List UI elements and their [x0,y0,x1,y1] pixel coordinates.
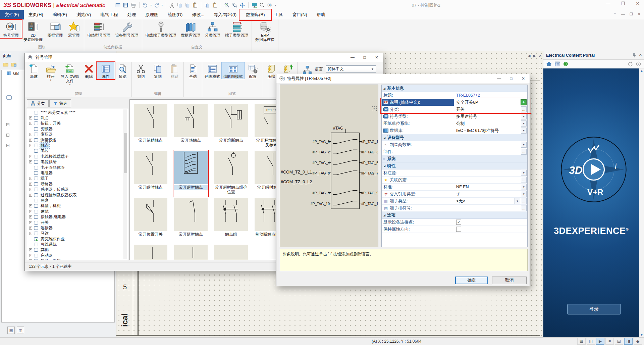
save-icon[interactable] [123,2,128,8]
symbol-cell[interactable]: 常开瞬时触点 [174,151,208,196]
ribbon-button[interactable]: 分类管理 [203,20,223,38]
login-button[interactable]: 登录 [567,304,621,314]
ribbon-button[interactable]: 2D 安装图管理 [21,20,45,42]
symbol-cell[interactable] [174,245,208,260]
menu-item[interactable]: 浏览(V) [72,10,96,19]
property-control[interactable] [521,142,527,148]
expander-icon[interactable] [29,139,32,142]
tree-item[interactable]: 按钮，开关 [27,121,128,126]
refresh-icon[interactable] [627,61,633,67]
symbol-cell[interactable]: 常开位置开关 [134,198,167,243]
property-control[interactable] [521,205,527,211]
property-row[interactable]: 数据库: IEC - IEC 617标准符号 [382,127,527,134]
toolbar-button[interactable]: 剪切 [132,62,149,79]
toolbar-button[interactable]: 粘贴 [166,62,183,79]
dialog-minimize-button[interactable]: — [494,76,504,81]
expander-icon[interactable] [29,194,32,197]
tree-item[interactable]: 接触器,继电器 [27,214,128,219]
expander-icon[interactable] [29,204,32,207]
tab-close-icon[interactable]: ✕ [539,54,542,58]
minimize-button[interactable]: — [604,1,612,6]
expander-icon[interactable] [29,149,32,152]
ribbon-collapse-icon[interactable]: ⌃ [613,12,616,16]
property-control[interactable] [515,198,527,204]
language-select[interactable]: 简体中文 ▼ [326,65,376,72]
toolbar-button[interactable]: 打开 [42,62,59,82]
format-painter-icon[interactable] [212,2,218,8]
expander-icon[interactable]: + [6,144,9,147]
layers-view-button[interactable]: ◫ [17,327,24,334]
zoom-window-icon[interactable] [232,2,237,8]
menu-item[interactable]: 绘图(D) [163,10,187,19]
wire-style-icon[interactable]: ≡ [605,338,614,345]
doc-close-icon[interactable]: ✕ [638,12,641,16]
ribbon-button[interactable]: 图框管理 [45,20,65,38]
property-control[interactable] [521,106,527,112]
dialog-minimize-button[interactable]: — [347,55,358,60]
ribbon-button[interactable]: ERP 数据库连接 [253,20,277,42]
expander-icon[interactable] [29,248,32,251]
doc-minimize-icon[interactable]: — [621,12,625,16]
properties-titlebar[interactable]: 符号属性 [TR-EL057+2] — □ ✕ [276,74,530,83]
screen-capture-icon[interactable] [252,2,257,8]
tab-left-icon[interactable]: ◀ [528,54,530,58]
symbol-cell[interactable]: 常开熔断触点 [214,104,248,149]
pane-tab[interactable]: 筛选 [49,99,71,107]
pages-view-button[interactable]: ▤ [7,327,15,334]
property-row[interactable]: 符号类型: 多用途符号 [382,113,527,120]
undo-icon[interactable] [143,2,148,8]
symbol-cell[interactable]: 常开热触点 [174,104,208,149]
tree-item[interactable]: 电源供给 [27,159,128,165]
menu-item[interactable]: 工具 [269,10,287,19]
toolbar-button[interactable]: 新建 [25,62,42,79]
grid-toggle-icon[interactable]: ▦ [577,338,586,345]
property-control[interactable] [521,113,527,119]
folder-icon[interactable] [3,61,9,67]
pin-icon[interactable] [632,53,637,58]
property-row[interactable]: 图纸单位系统: 公制 [382,120,527,127]
toolbar-button[interactable]: 导入 DWG 文件 [59,62,80,86]
ribbon-button[interactable]: 数据库管理 [179,20,203,38]
property-row[interactable]: 标题: TR-EL057+2 [382,92,527,99]
tree-item[interactable]: **** 未分类元素 **** [27,110,128,115]
tree-item[interactable]: 机箱，机柜 [27,203,128,209]
portal-scrollbar[interactable]: ▲▼ [639,68,644,337]
doc-restore-icon[interactable]: ❐ [630,12,633,16]
property-row[interactable]: 保持属性方向: [382,226,527,233]
tree-item[interactable]: 气动，液压 [27,258,128,260]
macro-icon[interactable] [267,2,273,8]
dialog-maximize-button[interactable]: □ [506,76,516,81]
tree-item[interactable]: 启动器 [27,253,128,258]
property-control[interactable] [521,128,527,134]
list-icon[interactable] [554,61,560,67]
tree-scrollbar[interactable] [123,109,127,259]
menu-item[interactable]: 处理 [122,10,141,19]
expander-icon[interactable] [29,188,32,191]
section-header[interactable]: 系统 [382,155,527,162]
property-row[interactable]: 端子排符号: [382,205,527,212]
property-row[interactable]: 说明 (简体中文): 安全开关6P [382,99,527,106]
menu-item[interactable]: 编辑(E) [48,10,72,19]
expander-icon[interactable] [29,133,32,136]
section-header[interactable]: 选项 [382,212,527,219]
tree-item[interactable]: 麦克维尔作业 [27,236,128,242]
expander-icon[interactable] [29,160,32,163]
tree-item[interactable]: 变压器 [27,132,128,137]
symbol-cell[interactable] [134,245,167,260]
menu-item[interactable]: 修改... [187,10,209,19]
pane-tab[interactable]: 分类 [27,99,49,107]
layers-icon[interactable]: ▤ [615,338,623,345]
tree-item[interactable]: 黑盒 [27,198,128,203]
expander-icon[interactable] [29,254,32,257]
origin-handle-icon[interactable]: + [372,106,377,111]
pan-icon[interactable] [239,2,245,8]
expander-icon[interactable] [29,166,32,169]
globe-icon[interactable] [563,61,569,67]
symbol-cell[interactable]: 常开延时触点 [174,198,208,243]
dialog-close-button[interactable]: ✕ [518,76,528,81]
dialog-close-button[interactable]: ✕ [372,55,382,60]
tree-item[interactable]: 电阻器 [27,170,128,176]
tree-item[interactable]: 触点 [27,143,128,148]
expander-icon[interactable]: + [6,123,9,126]
ribbon-button[interactable]: 电线端子类型管理 [143,20,179,38]
